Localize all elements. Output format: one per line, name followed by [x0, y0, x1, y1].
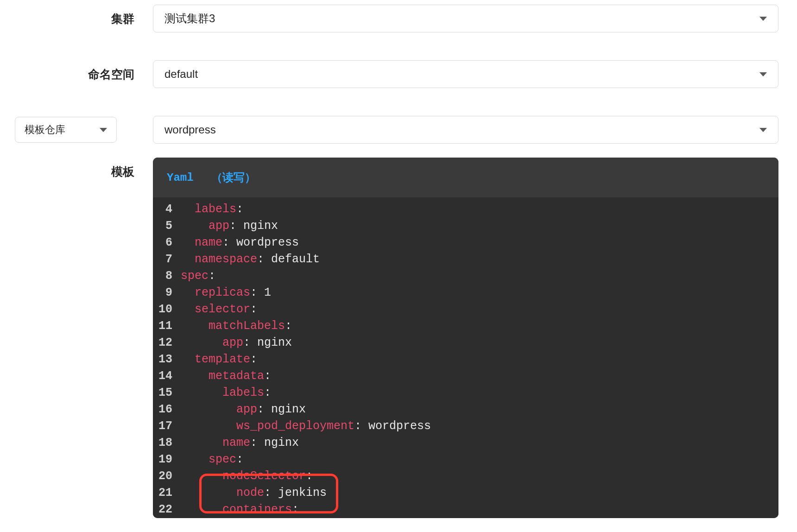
line-number: 17 [153, 418, 181, 435]
line-number: 19 [153, 451, 181, 468]
template-name-select[interactable]: wordpress [153, 116, 778, 144]
code-line[interactable]: 4 labels: [153, 201, 778, 218]
line-number: 16 [153, 401, 181, 418]
line-number: 9 [153, 285, 181, 301]
code-area[interactable]: 4 labels:5 app: nginx6 name: wordpress7 … [153, 197, 778, 518]
code-content: ws_pod_deployment: wordpress [181, 418, 431, 435]
namespace-select-value: default [164, 68, 759, 81]
code-line[interactable]: 8spec: [153, 268, 778, 285]
code-line[interactable]: 15 labels: [153, 385, 778, 401]
code-content: spec: [181, 451, 243, 468]
code-content: replicas: 1 [181, 285, 271, 301]
template-label: 模板 [14, 158, 153, 179]
chevron-down-icon [759, 128, 767, 132]
code-line[interactable]: 14 metadata: [153, 368, 778, 385]
code-line[interactable]: 9 replicas: 1 [153, 285, 778, 301]
code-line[interactable]: 16 app: nginx [153, 401, 778, 418]
code-content: template: [181, 351, 257, 368]
line-number: 22 [153, 501, 181, 518]
cluster-select-value: 测试集群3 [164, 11, 759, 26]
line-number: 14 [153, 368, 181, 385]
code-content: name: wordpress [181, 234, 299, 251]
code-content: app: nginx [181, 401, 306, 418]
code-content: metadata: [181, 368, 271, 385]
code-content: spec: [181, 268, 215, 285]
code-line[interactable]: 19 spec: [153, 451, 778, 468]
code-line[interactable]: 5 app: nginx [153, 218, 778, 234]
line-number: 12 [153, 335, 181, 351]
code-content: containers: [181, 501, 299, 518]
code-line[interactable]: 21 node: jenkins [153, 485, 778, 501]
editor-mode-label: （读写） [211, 170, 256, 185]
code-content: app: nginx [181, 335, 292, 351]
code-content: app: nginx [181, 218, 278, 234]
chevron-down-icon [759, 72, 767, 76]
code-line[interactable]: 10 selector: [153, 301, 778, 318]
cluster-label: 集群 [14, 11, 153, 26]
code-content: namespace: default [181, 251, 320, 268]
line-number: 20 [153, 468, 181, 485]
code-content: matchLabels: [181, 318, 292, 335]
template-repo-value: 模板仓库 [25, 123, 65, 137]
editor-tab-yaml[interactable]: Yaml [167, 171, 194, 184]
namespace-label: 命名空间 [14, 67, 153, 82]
code-content: nodeSelector: [181, 468, 313, 485]
code-content: selector: [181, 301, 257, 318]
line-number: 4 [153, 201, 181, 218]
code-line[interactable]: 20 nodeSelector: [153, 468, 778, 485]
editor-header: Yaml （读写） [153, 158, 778, 197]
code-line[interactable]: 6 name: wordpress [153, 234, 778, 251]
yaml-editor[interactable]: Yaml （读写） 4 labels:5 app: nginx6 name: w… [153, 158, 778, 518]
line-number: 18 [153, 435, 181, 451]
cluster-select[interactable]: 测试集群3 [153, 5, 778, 32]
namespace-select[interactable]: default [153, 60, 778, 88]
line-number: 10 [153, 301, 181, 318]
line-number: 6 [153, 234, 181, 251]
line-number: 8 [153, 268, 181, 285]
template-name-value: wordpress [164, 123, 759, 136]
code-line[interactable]: 18 name: nginx [153, 435, 778, 451]
code-line[interactable]: 7 namespace: default [153, 251, 778, 268]
code-line[interactable]: 13 template: [153, 351, 778, 368]
line-number: 5 [153, 218, 181, 234]
chevron-down-icon [100, 128, 107, 132]
code-line[interactable]: 22 containers: [153, 501, 778, 518]
line-number: 21 [153, 485, 181, 501]
code-line[interactable]: 17 ws_pod_deployment: wordpress [153, 418, 778, 435]
chevron-down-icon [759, 17, 767, 21]
line-number: 13 [153, 351, 181, 368]
line-number: 7 [153, 251, 181, 268]
line-number: 11 [153, 318, 181, 335]
code-content: node: jenkins [181, 485, 327, 501]
code-content: labels: [181, 385, 271, 401]
code-content: name: nginx [181, 435, 299, 451]
code-line[interactable]: 12 app: nginx [153, 335, 778, 351]
code-content: labels: [181, 201, 243, 218]
template-repo-select[interactable]: 模板仓库 [15, 117, 117, 143]
code-line[interactable]: 11 matchLabels: [153, 318, 778, 335]
line-number: 15 [153, 385, 181, 401]
